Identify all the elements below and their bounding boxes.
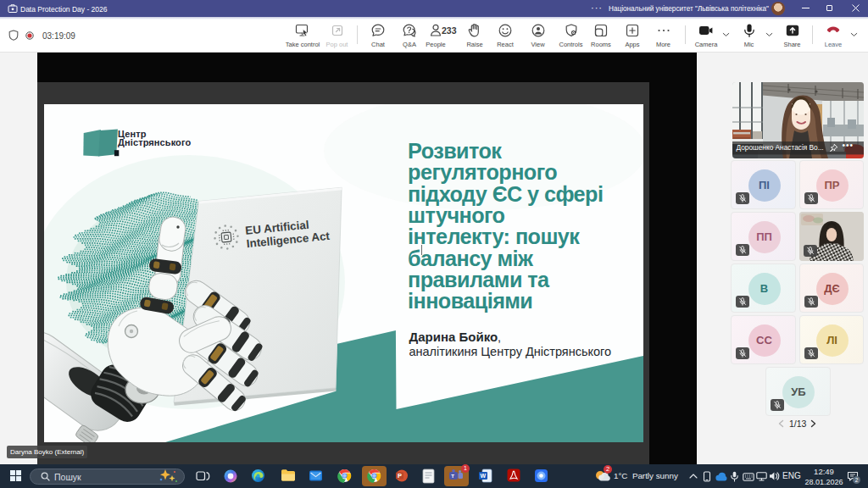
svg-text:P: P [398,472,402,480]
svg-text:T: T [451,474,454,479]
svg-text:W: W [481,473,487,479]
